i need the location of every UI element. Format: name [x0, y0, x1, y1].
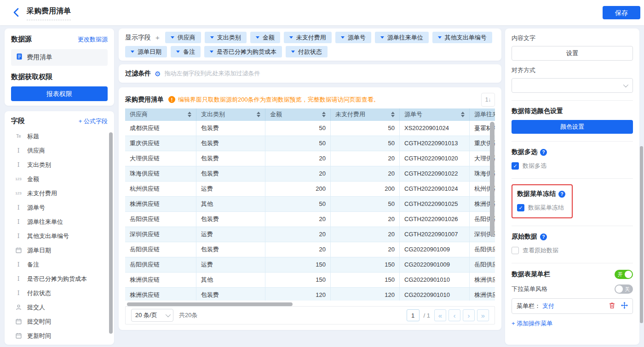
- sort-arrows-icon[interactable]: [391, 112, 395, 117]
- table-horizontal-scrollbar[interactable]: [125, 302, 495, 307]
- sidebar-field-item[interactable]: I是否已分摊为购货成本: [11, 272, 108, 286]
- sort-asc-icon[interactable]: [322, 112, 326, 114]
- table-row[interactable]: 株洲供应链其他5050CGTH20220901025株洲供应链: [125, 197, 495, 212]
- sidebar-field-item[interactable]: 源单日期: [11, 243, 108, 257]
- sort-desc-icon[interactable]: [461, 115, 465, 117]
- column-header[interactable]: 源单往来单位: [470, 108, 495, 121]
- multiselect-checkbox-row[interactable]: ✓ 数据多选: [512, 162, 633, 170]
- table-row[interactable]: 株洲供应链包装费120120CG20220901010株洲供应链: [125, 288, 495, 301]
- sort-desc-icon[interactable]: [322, 115, 326, 117]
- chevron-down-icon[interactable]: [289, 36, 293, 39]
- sidebar-field-item[interactable]: 123金额: [11, 172, 108, 186]
- back-icon[interactable]: [12, 7, 21, 17]
- display-field-chip[interactable]: 金额: [250, 32, 280, 43]
- sidebar-field-item[interactable]: 123未支付费用: [11, 186, 108, 200]
- table-vertical-scrollbar[interactable]: [490, 122, 494, 236]
- sort-arrows-icon[interactable]: [322, 112, 326, 117]
- sidebar-field-item[interactable]: I备注: [11, 257, 108, 272]
- table-row[interactable]: 株洲供应链其他150150CG20220901010株洲供应链: [125, 273, 495, 288]
- sort-asc-icon[interactable]: [257, 112, 260, 114]
- freeze-checkbox-row[interactable]: ✓ 数据菜单冻结: [517, 204, 565, 212]
- sidebar-field-item[interactable]: I源单号: [11, 200, 108, 215]
- sidebar-field-item[interactable]: 提交人: [11, 300, 108, 314]
- display-field-chip[interactable]: 源单号: [335, 32, 371, 43]
- help-icon[interactable]: ?: [540, 233, 547, 240]
- help-icon[interactable]: ?: [540, 149, 547, 156]
- checkbox-checked-icon[interactable]: ✓: [512, 162, 519, 170]
- chevron-down-icon[interactable]: [341, 36, 345, 39]
- chevron-down-icon[interactable]: [210, 51, 213, 53]
- current-page-input[interactable]: 1: [407, 309, 420, 321]
- align-select[interactable]: [512, 78, 633, 93]
- page-size-select[interactable]: 20 条/页: [131, 309, 173, 322]
- sort-desc-icon[interactable]: [257, 115, 260, 117]
- display-field-chip[interactable]: 备注: [171, 46, 201, 57]
- table-row[interactable]: 成都供应链包装费5050XS20220901024蔓霍材料: [125, 121, 495, 136]
- chevron-down-icon[interactable]: [171, 36, 174, 39]
- table-row[interactable]: 深圳供应链运费2020CGTH20220901007深圳供应链: [125, 227, 495, 242]
- display-field-chip[interactable]: 其他支出单编号: [432, 32, 492, 43]
- filter-dropzone-hint[interactable]: 拖动左侧字段到此处来添加过滤条件: [164, 69, 260, 78]
- chevron-down-icon[interactable]: [176, 51, 180, 53]
- move-icon[interactable]: [621, 302, 628, 311]
- chevron-down-icon[interactable]: [380, 36, 384, 39]
- column-header[interactable]: 金额: [265, 108, 331, 121]
- sidebar-field-item[interactable]: 提交时间: [11, 314, 108, 329]
- sort-desc-icon[interactable]: [188, 115, 191, 117]
- table-row[interactable]: 大理供应链包装费2020CGTH20220901020大理供应链: [125, 151, 495, 166]
- display-field-chip[interactable]: 源单往来单位: [375, 32, 429, 43]
- menubar-toggle-on[interactable]: 开: [615, 270, 633, 279]
- table-row[interactable]: 岳阳供应链包装费2020CGTH20220901026岳阳供应链: [125, 212, 495, 227]
- prev-page-button[interactable]: ‹: [448, 309, 460, 321]
- column-header[interactable]: 供应商: [125, 108, 196, 121]
- table-row[interactable]: 杭州供应链运费200200CGTH20220901024杭州供应链: [125, 182, 495, 197]
- datasource-item[interactable]: 费用清单: [11, 49, 108, 66]
- display-field-chip[interactable]: 供应商: [165, 32, 201, 43]
- column-header[interactable]: 支出类别: [196, 108, 265, 121]
- table-row[interactable]: 珠海供应链包装费2020CGTH20220901022珠海供应链: [125, 166, 495, 182]
- next-page-button[interactable]: ›: [463, 309, 475, 321]
- sidebar-field-item[interactable]: I其他支出单编号: [11, 229, 108, 243]
- display-field-chip[interactable]: 支出类别: [205, 32, 247, 43]
- raw-data-checkbox-row[interactable]: 查看原始数据: [512, 246, 633, 255]
- display-field-chip[interactable]: 未支付费用: [284, 32, 332, 43]
- sort-order-button[interactable]: 1↓: [481, 93, 495, 107]
- menu-item-link[interactable]: 支付: [542, 302, 554, 310]
- checkbox-unchecked-icon[interactable]: [512, 247, 519, 254]
- sort-arrows-icon[interactable]: [461, 112, 465, 117]
- save-button[interactable]: 保存: [603, 6, 640, 19]
- table-row[interactable]: 重庆供应链包装费5050CGTH20220901013重庆供应链: [125, 136, 495, 151]
- sidebar-field-item[interactable]: I付款状态: [11, 286, 108, 300]
- sort-arrows-icon[interactable]: [188, 112, 191, 117]
- last-page-button[interactable]: »: [477, 309, 489, 321]
- sidebar-field-item[interactable]: I支出类别: [11, 158, 108, 172]
- sort-arrows-icon[interactable]: [257, 112, 260, 117]
- report-permission-button[interactable]: 报表权限: [11, 86, 108, 101]
- sort-desc-icon[interactable]: [391, 115, 395, 117]
- column-header[interactable]: 源单号: [400, 108, 470, 121]
- add-operation-menu-link[interactable]: + 添加操作菜单: [512, 319, 633, 328]
- table-row[interactable]: 岳阳供应链运费150150CG20220901009岳阳供应链: [125, 257, 495, 273]
- dropdown-style-toggle-off[interactable]: 关: [615, 284, 633, 294]
- chevron-down-icon[interactable]: [256, 36, 259, 39]
- sort-asc-icon[interactable]: [188, 112, 191, 114]
- display-field-chip[interactable]: 是否已分摊为购货成本: [204, 46, 282, 57]
- sidebar-field-item[interactable]: I供应商: [11, 143, 108, 158]
- trash-icon[interactable]: [609, 302, 615, 311]
- color-settings-button[interactable]: 颜色设置: [512, 120, 633, 134]
- change-datasource-link[interactable]: 更改数据源: [78, 35, 108, 44]
- chevron-down-icon[interactable]: [210, 36, 214, 39]
- table-row[interactable]: 岳阳供应链包装费2020CG20220901009岳阳供应链: [125, 242, 495, 257]
- display-field-chip[interactable]: 付款状态: [286, 46, 328, 57]
- sidebar-field-item[interactable]: I源单往来单位: [11, 215, 108, 229]
- display-field-chip[interactable]: 源单日期: [125, 46, 167, 57]
- chevron-down-icon[interactable]: [438, 36, 442, 39]
- gear-icon[interactable]: ⚙: [155, 70, 161, 77]
- checkbox-checked-icon[interactable]: ✓: [517, 204, 524, 211]
- sidebar-field-item[interactable]: 更新时间: [11, 329, 108, 343]
- first-page-button[interactable]: «: [434, 309, 446, 321]
- sidebar-field-item[interactable]: T≡标题: [11, 129, 108, 143]
- add-display-field-icon[interactable]: +: [155, 32, 160, 43]
- column-header[interactable]: 未支付费用: [331, 108, 400, 121]
- content-text-settings-button[interactable]: 设置: [512, 46, 633, 61]
